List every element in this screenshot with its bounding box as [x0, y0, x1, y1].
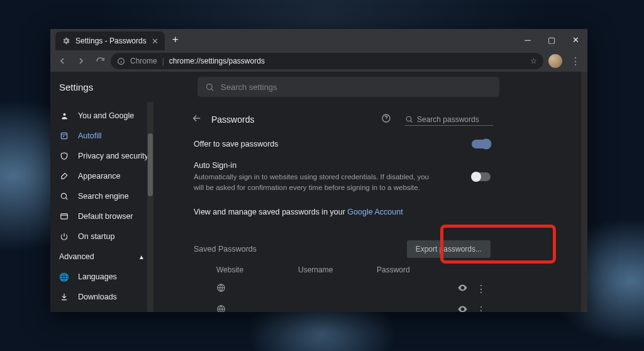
offer-save-toggle[interactable]	[472, 140, 491, 148]
help-icon[interactable]	[376, 113, 396, 126]
row-more-icon[interactable]: ⋮	[472, 283, 491, 295]
shield-icon	[59, 152, 69, 160]
close-tab-icon[interactable]: ✕	[152, 36, 158, 46]
chevron-up-icon: ▲	[138, 254, 145, 260]
sidebar-item-languages[interactable]: 🌐 Languages	[50, 267, 153, 287]
toolbar: Chrome | chrome://settings/passwords ☆ ⋮	[50, 50, 587, 72]
titlebar: Settings - Passwords ✕ + ─ ▢ ✕	[50, 29, 587, 50]
col-website: Website	[216, 265, 298, 274]
address-bar[interactable]: Chrome | chrome://settings/passwords ☆	[111, 53, 543, 69]
search-icon	[205, 82, 214, 92]
profile-avatar[interactable]	[548, 54, 562, 68]
main-panel: Passwords Search passwords Offer to save…	[153, 72, 587, 312]
minimize-button[interactable]: ─	[516, 29, 540, 50]
google-account-link[interactable]: Google Account	[347, 208, 402, 216]
browser-icon	[59, 212, 69, 221]
maximize-button[interactable]: ▢	[540, 29, 564, 50]
sidebar-item-downloads[interactable]: Downloads	[50, 287, 153, 307]
search-settings-input[interactable]: Search settings	[197, 77, 499, 97]
offer-save-row: Offer to save passwords	[191, 133, 493, 155]
offer-save-label: Offer to save passwords	[194, 140, 472, 148]
url-path: chrome://settings/passwords	[169, 57, 265, 65]
new-tab-button[interactable]: +	[169, 33, 182, 46]
browser-tab[interactable]: Settings - Passwords ✕	[55, 31, 165, 50]
auto-signin-row: Auto Sign-in Automatically sign in to we…	[191, 155, 493, 199]
main-scrollbar[interactable]	[581, 72, 587, 312]
power-icon	[59, 232, 69, 241]
search-icon	[59, 192, 69, 201]
col-password: Password	[377, 265, 440, 274]
search-icon	[405, 115, 413, 123]
globe-icon	[216, 283, 298, 295]
back-button[interactable]	[54, 53, 70, 69]
window-close-button[interactable]: ✕	[564, 29, 587, 50]
sidebar-item-you-and-google[interactable]: You and Google	[50, 106, 153, 126]
search-passwords-input[interactable]: Search passwords	[405, 114, 493, 126]
show-password-icon[interactable]	[453, 304, 472, 312]
globe-icon	[216, 304, 298, 312]
sidebar-item-search-engine[interactable]: Search engine	[50, 186, 153, 206]
sidebar-item-printing[interactable]: Printing	[50, 307, 153, 312]
svg-point-11	[406, 116, 411, 121]
auto-signin-desc: Automatically sign in to websites using …	[194, 172, 433, 192]
export-passwords-button[interactable]: Export passwords...	[407, 240, 491, 258]
bookmark-icon[interactable]: ☆	[530, 57, 537, 65]
browser-window: Settings - Passwords ✕ + ─ ▢ ✕ Chrome | …	[50, 29, 587, 312]
svg-point-2	[63, 113, 65, 116]
svg-point-1	[207, 84, 213, 89]
password-row[interactable]: ⋮	[191, 299, 493, 312]
col-username: Username	[298, 265, 377, 274]
forward-button[interactable]	[73, 53, 89, 69]
sidebar: You and Google Autofill Privacy and secu…	[50, 72, 153, 312]
saved-passwords-label: Saved Passwords	[194, 245, 407, 254]
person-icon	[59, 111, 69, 121]
svg-rect-5	[61, 214, 68, 219]
sidebar-item-appearance[interactable]: Appearance	[50, 166, 153, 186]
paint-icon	[59, 172, 69, 181]
show-password-icon[interactable]	[453, 282, 472, 296]
manage-link-row: View and manage saved passwords in your …	[191, 199, 493, 223]
sidebar-item-privacy[interactable]: Privacy and security	[50, 146, 153, 166]
svg-rect-3	[61, 133, 67, 138]
url-scheme: Chrome	[130, 57, 157, 65]
panel-title: Passwords	[211, 114, 367, 125]
panel-back-button[interactable]	[191, 113, 203, 126]
row-more-icon[interactable]: ⋮	[472, 304, 491, 312]
autofill-icon	[59, 131, 69, 140]
sidebar-scrollbar[interactable]	[148, 133, 153, 196]
sidebar-item-on-startup[interactable]: On startup	[50, 226, 153, 247]
auto-signin-label: Auto Sign-in	[194, 161, 472, 170]
menu-button[interactable]: ⋮	[567, 53, 584, 69]
page-title: Settings	[59, 82, 147, 92]
sidebar-advanced-toggle[interactable]: Advanced ▲	[50, 247, 153, 267]
auto-signin-toggle[interactable]	[472, 172, 491, 181]
sidebar-item-default-browser[interactable]: Default browser	[50, 206, 153, 226]
info-icon	[117, 57, 125, 65]
password-row[interactable]: ⋮	[191, 278, 493, 299]
download-icon	[59, 292, 69, 301]
reload-button[interactable]	[92, 53, 108, 69]
tab-title: Settings - Passwords	[75, 36, 147, 45]
globe-icon: 🌐	[59, 272, 69, 282]
sidebar-item-autofill[interactable]: Autofill	[50, 126, 153, 146]
svg-point-4	[61, 193, 66, 198]
gear-icon	[62, 36, 70, 45]
